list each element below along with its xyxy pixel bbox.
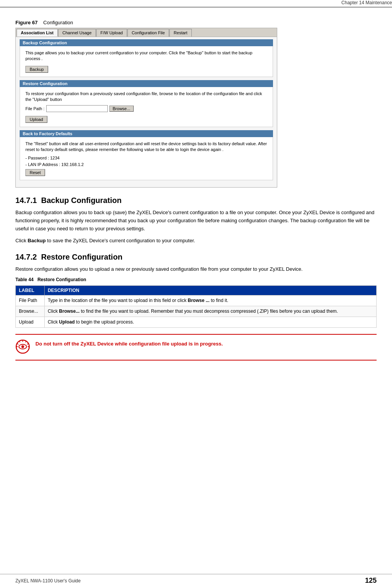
backup-button[interactable]: Backup bbox=[25, 66, 48, 73]
col-header-description: DESCRIPTION bbox=[44, 286, 376, 295]
section-142-title: 14.7.2 Restore Configuration bbox=[15, 253, 377, 262]
backup-body-text: This page allows you to backup your curr… bbox=[25, 50, 267, 62]
chapter-heading: Chapter 14 Maintenance bbox=[0, 0, 392, 7]
reset-button[interactable]: Reset bbox=[25, 169, 45, 176]
footer-left: ZyXEL NWA-1100 User's Guide bbox=[15, 578, 80, 584]
row-upload-description: Click Upload to begin the upload process… bbox=[44, 317, 376, 327]
tab-association-list[interactable]: Association List bbox=[17, 29, 58, 37]
file-path-label: File Path : bbox=[25, 106, 45, 111]
svg-line-6 bbox=[17, 344, 18, 344]
factory-info-password: - Password : 1234 bbox=[25, 155, 267, 161]
restore-body-text: To restore your configuration from a pre… bbox=[25, 91, 267, 103]
figure-title-separator bbox=[39, 20, 42, 25]
tab-fw-upload[interactable]: F/W Upload bbox=[96, 29, 127, 37]
backup-configuration-section: Backup Configuration This page allows yo… bbox=[16, 37, 277, 187]
note-box: Do not turn off the ZyXEL Device while c… bbox=[15, 334, 377, 361]
row-file-path-label: File Path bbox=[16, 295, 45, 306]
factory-info-list: - Password : 1234 - LAN IP Address : 192… bbox=[25, 155, 267, 168]
restore-configuration-header: Restore Configuration bbox=[20, 80, 273, 87]
footer-right: 125 bbox=[365, 577, 377, 585]
svg-line-7 bbox=[27, 344, 28, 344]
upload-button[interactable]: Upload bbox=[25, 116, 47, 123]
table-header-row: LABEL DESCRIPTION bbox=[16, 286, 377, 295]
note-text: Do not turn off the ZyXEL Device while c… bbox=[35, 339, 223, 348]
browse-button[interactable]: Browse... bbox=[109, 106, 134, 112]
table-row: File Path Type in the location of the fi… bbox=[16, 295, 377, 306]
svg-point-2 bbox=[22, 345, 24, 348]
file-path-row: File Path : Browse... bbox=[25, 105, 267, 112]
row-file-path-description: Type in the location of the file you wan… bbox=[44, 295, 376, 306]
factory-body-text: The "Reset" button will clear all user-e… bbox=[25, 141, 267, 153]
section-141-para1: Backup configuration allows you to back … bbox=[15, 209, 377, 233]
tab-configuration-file[interactable]: Configuration File bbox=[127, 29, 169, 37]
table-row: Upload Click Upload to begin the upload … bbox=[16, 317, 377, 327]
figure-label: Figure 67 bbox=[15, 20, 38, 25]
factory-info-ip: - LAN IP Address : 192.168.1.2 bbox=[25, 161, 267, 168]
chapter-title: Chapter 14 Maintenance bbox=[342, 0, 392, 5]
restore-configuration-body: To restore your configuration from a pre… bbox=[20, 87, 273, 127]
tab-channel-usage[interactable]: Channel Usage bbox=[58, 29, 96, 37]
page-footer: ZyXEL NWA-1100 User's Guide 125 bbox=[0, 574, 392, 587]
ui-screenshot: Association List Channel Usage F/W Uploa… bbox=[15, 28, 277, 188]
tab-restart[interactable]: Restart bbox=[169, 29, 191, 37]
row-browse-label: Browse... bbox=[16, 306, 45, 317]
section-142-para: Restore configuration allows you to uplo… bbox=[15, 265, 377, 273]
table-row: Browse... Click Browse... to find the fi… bbox=[16, 306, 377, 317]
restore-config-table: LABEL DESCRIPTION File Path Type in the … bbox=[15, 285, 377, 327]
row-upload-label: Upload bbox=[16, 317, 45, 327]
table-caption: Table 44 Restore Configuration bbox=[15, 277, 377, 282]
file-path-input[interactable] bbox=[46, 105, 108, 112]
factory-defaults-body: The "Reset" button will clear all user-e… bbox=[20, 137, 273, 181]
figure-title: Configuration bbox=[43, 20, 73, 25]
tab-bar: Association List Channel Usage F/W Uploa… bbox=[16, 28, 277, 37]
row-browse-description: Click Browse... to find the file you wan… bbox=[44, 306, 376, 317]
section-141-para2: Click Backup to save the ZyXEL Device's … bbox=[15, 237, 377, 245]
figure-caption: Figure 67 Configuration bbox=[15, 20, 377, 25]
backup-configuration-header: Backup Configuration bbox=[20, 39, 273, 46]
note-icon bbox=[15, 339, 30, 356]
eye-icon bbox=[15, 339, 30, 354]
main-content: Figure 67 Configuration Association List… bbox=[0, 13, 392, 376]
factory-defaults-header: Back to Factory Defaults bbox=[20, 130, 273, 137]
backup-configuration-body: This page allows you to backup your curr… bbox=[20, 46, 273, 77]
section-141-title: 14.7.1 Backup Configuration bbox=[15, 196, 377, 205]
col-header-label: LABEL bbox=[16, 286, 45, 295]
